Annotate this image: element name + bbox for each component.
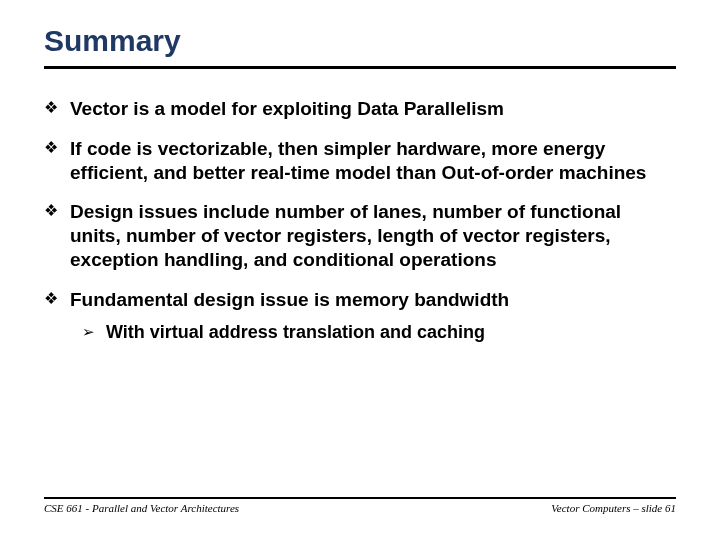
bullet-item: Vector is a model for exploiting Data Pa… [44,97,676,121]
bullet-item: Fundamental design issue is memory bandw… [44,288,676,344]
slide: Summary Vector is a model for exploiting… [0,0,720,540]
bullet-item: If code is vectorizable, then simpler ha… [44,137,676,185]
bullet-text: Fundamental design issue is memory bandw… [70,289,509,310]
slide-title: Summary [44,24,676,69]
sub-bullet-item: With virtual address translation and cac… [82,321,676,344]
footer-right: Vector Computers – slide 61 [551,502,676,514]
bullet-item: Design issues include number of lanes, n… [44,200,676,271]
footer-left: CSE 661 - Parallel and Vector Architectu… [44,502,239,514]
sub-bullet-list: With virtual address translation and cac… [70,321,676,344]
footer: CSE 661 - Parallel and Vector Architectu… [44,497,676,514]
bullet-list: Vector is a model for exploiting Data Pa… [44,97,676,344]
